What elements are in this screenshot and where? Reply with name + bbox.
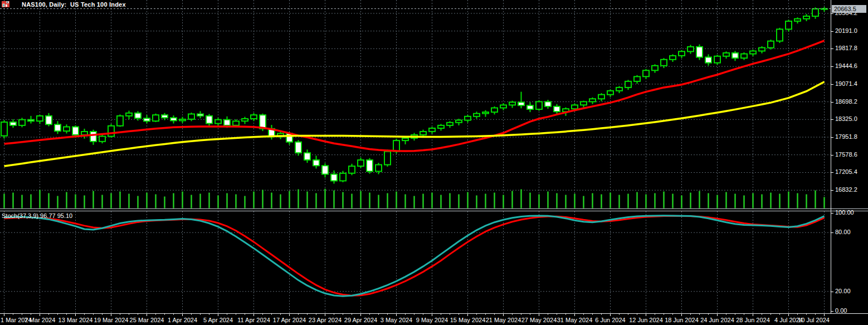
date-label: 17 Apr 2024 (273, 317, 306, 323)
price-axis-tick (831, 84, 833, 85)
price-axis-tick (831, 31, 833, 32)
date-label: 27 May 2024 (521, 317, 557, 323)
chart-window: NAS100, Daily: US Tech 100 Index Stoch(3… (0, 0, 868, 325)
price-axis-label: 16832.2 (835, 186, 857, 193)
date-label: 21 May 2024 (486, 317, 521, 323)
stoch-axis-tick (831, 232, 833, 233)
date-label: 12 Jun 2024 (629, 317, 663, 323)
stoch-main-line (4, 216, 825, 296)
price-axis-tick (831, 102, 833, 103)
date-labels: 1 Mar 20247 Mar 202413 Mar 202419 Mar 20… (1, 313, 830, 323)
date-label: 18 Jun 2024 (665, 317, 699, 323)
price-axis-tick (831, 190, 833, 191)
price-axis-tick (831, 119, 833, 120)
ma-yellow-line (4, 82, 825, 166)
date-label: 15 May 2024 (450, 317, 486, 323)
stochastic-name: Stoch(37,3,9) (2, 212, 38, 219)
date-label: 6 Jun 2024 (595, 317, 625, 323)
current-price-badge: 20663.5 (832, 5, 866, 13)
stoch-axis-label: 20.00 (835, 288, 851, 294)
price-axis-label: 18698.2 (835, 98, 857, 105)
price-axis-tick (831, 66, 833, 67)
date-label: 24 Jun 2024 (700, 317, 734, 323)
date-label: 10 Jul 2024 (798, 317, 830, 323)
date-label: 25 Mar 2024 (130, 317, 164, 323)
chart-title: NAS100, Daily: US Tech 100 Index (22, 1, 126, 8)
stoch-axis-label: 100.00 (835, 209, 854, 216)
price-axis-line (831, 0, 831, 313)
price-axis-label: 18325.0 (835, 115, 857, 122)
date-label: 7 Mar 2024 (25, 317, 56, 323)
price-axis-label: 17578.6 (835, 151, 857, 158)
stoch-axis-label: 0.00 (835, 307, 847, 314)
date-minor-ticks (4, 313, 825, 315)
price-axis-label: 20191.0 (835, 27, 857, 34)
chart-file-icon (12, 1, 19, 7)
stochastic-signal-value: 95.10 (57, 212, 73, 219)
price-axis-label: 19444.6 (835, 62, 857, 69)
stochastic-label: Stoch(37,3,9) 96.77 95.10 (2, 212, 72, 219)
date-label: 23 Apr 2024 (309, 317, 342, 323)
date-axis[interactable]: 1 Mar 20247 Mar 202413 Mar 202419 Mar 20… (0, 313, 868, 325)
stoch-axis-tick (831, 311, 833, 312)
price-axis-tick (831, 155, 833, 156)
date-label: 5 Apr 2024 (203, 317, 233, 323)
stoch-axis-tick (831, 292, 833, 292)
price-axis-label: 17951.8 (835, 133, 857, 140)
date-label: 11 Apr 2024 (237, 317, 270, 323)
date-label: 13 Mar 2024 (58, 317, 93, 323)
date-label: 3 May 2024 (381, 317, 412, 323)
date-label: 1 Apr 2024 (168, 317, 197, 323)
price-axis-tick (831, 137, 833, 138)
stochastic-panel[interactable] (0, 211, 831, 313)
date-label: 29 Apr 2024 (344, 317, 377, 323)
volume-bars (4, 189, 825, 208)
price-axis-label: 19071.4 (835, 80, 857, 87)
date-label: 19 Mar 2024 (94, 317, 129, 323)
main-gridlines (0, 0, 831, 208)
price-axis-tick (831, 172, 833, 173)
date-label: 31 May 2024 (557, 317, 593, 323)
stoch-axis-tick (831, 213, 833, 214)
stoch-gridlines (0, 211, 831, 313)
price-axis-tick (831, 13, 833, 14)
price-axis-label: 17205.4 (835, 168, 857, 175)
price-axis-tick (831, 48, 833, 49)
price-axis-label: 19817.8 (835, 45, 857, 51)
date-label: 9 May 2024 (416, 317, 448, 323)
candlesticks (1, 7, 827, 184)
stochastic-main-value: 96.77 (40, 212, 56, 219)
stoch-signal-line (4, 216, 825, 295)
main-chart-panel[interactable] (0, 0, 831, 208)
stoch-axis-label: 80.00 (835, 229, 851, 235)
chart-title-bar: NAS100, Daily: US Tech 100 Index (2, 1, 126, 8)
date-label: 28 Jun 2024 (736, 317, 770, 323)
